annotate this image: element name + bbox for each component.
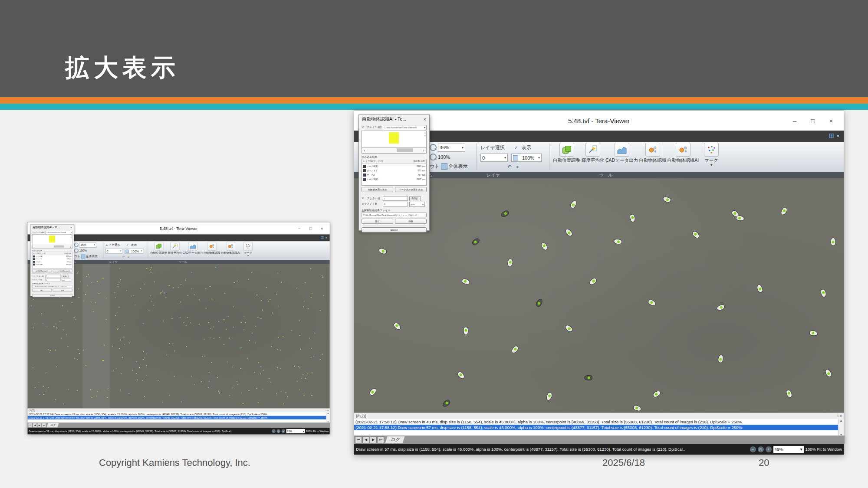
tool-mark[interactable]: マーク ▼ bbox=[700, 143, 723, 167]
zoom-level-combo[interactable]: 46%▾ bbox=[438, 144, 465, 152]
log-panel-icons[interactable]: ▫ × bbox=[326, 409, 329, 412]
scroll-left-icon[interactable]: ‹ bbox=[362, 148, 367, 153]
zoom-100-label[interactable]: 100% bbox=[438, 154, 450, 160]
segment-input[interactable]: 0 bbox=[45, 278, 61, 282]
zoom-out-button[interactable]: − bbox=[272, 429, 276, 433]
mark-preview-box[interactable]: ˄˅ bbox=[362, 131, 427, 148]
scroll-left-icon[interactable]: ‹ bbox=[33, 246, 36, 248]
threshold-input[interactable]: 7 bbox=[383, 196, 408, 201]
log-line-selected[interactable]: (2021-02-21 17:58:12) Draw screen in 57 … bbox=[354, 425, 838, 430]
open-button[interactable]: 開く bbox=[362, 219, 393, 224]
segment-unit-combo[interactable]: pcs▾ bbox=[62, 278, 71, 281]
save-button[interactable]: 保存 bbox=[395, 219, 427, 224]
dialog-table-row[interactable]: ポイント1573 pcs bbox=[362, 168, 426, 173]
nav-prev-button[interactable]: ◀ bbox=[33, 423, 37, 427]
result-file-input[interactable]: C:\Wo.RunnerFiles\Tera-ViewerAI\デスクトップ\検… bbox=[362, 213, 427, 217]
layer-opacity-combo[interactable]: 100%▾ bbox=[511, 154, 542, 162]
theme-icon[interactable]: ● bbox=[837, 133, 839, 138]
scroll-thumb[interactable] bbox=[397, 148, 413, 152]
scroll-up-icon[interactable]: ▲ bbox=[327, 413, 329, 414]
zoom-100-label[interactable]: 100% bbox=[79, 249, 87, 252]
mark-layer-combo[interactable]: C:\Wo.RunnerFiles\Tera-ViewerAI▾ bbox=[383, 125, 427, 130]
status-zoom-combo[interactable]: 46%▾ bbox=[773, 446, 804, 453]
fit-button[interactable]: ◎ bbox=[758, 446, 764, 452]
grid-view-icon[interactable]: ⊞ bbox=[320, 236, 324, 239]
show-all-sections-button[interactable]: 全解析区画を表示 bbox=[32, 269, 52, 272]
dialog-table-row[interactable]: マーク0(黄)8993 pcs bbox=[362, 164, 426, 168]
dialog-table-row[interactable]: マーク3(緑)8907 pcs bbox=[33, 263, 72, 265]
mark-dropdown-icon[interactable]: ▼ bbox=[247, 255, 249, 257]
spin-down-icon[interactable]: ˅ bbox=[71, 237, 72, 239]
dialog-table-row[interactable]: マーク2757 pcs bbox=[362, 173, 426, 177]
tool-cad-export[interactable]: CADデータ出力 bbox=[183, 242, 203, 255]
save-button[interactable]: 保存 bbox=[53, 289, 72, 292]
log-scrollbar[interactable]: ▲▼ bbox=[838, 419, 844, 436]
nav-last-button[interactable]: ⏭ bbox=[42, 423, 46, 427]
status-zoom-combo[interactable]: 15%▾ bbox=[286, 429, 305, 433]
nav-first-button[interactable]: ⏮ bbox=[355, 436, 362, 443]
scroll-track[interactable] bbox=[36, 245, 69, 248]
tool-auto-object-recognition-ai[interactable]: 自動物体認識AI bbox=[667, 143, 699, 164]
nav-last-button[interactable]: ⏭ bbox=[377, 436, 384, 443]
minimize-button[interactable]: – bbox=[294, 226, 305, 230]
preview-scrollbar[interactable]: ‹ › bbox=[362, 148, 427, 154]
mark-layer-combo[interactable]: C:\Wo.RunnerFiles\Tera-ViewerAI▾ bbox=[45, 231, 72, 234]
fit-view-label[interactable]: 全体表示 bbox=[86, 254, 98, 258]
log-line[interactable]: (2021-02-21 17:57:24) Draw screen in 63 … bbox=[28, 413, 327, 416]
preview-scrollbar[interactable]: ‹ › bbox=[32, 245, 72, 249]
undo-icon[interactable]: ↶ bbox=[122, 255, 125, 259]
fit-button[interactable]: ◎ bbox=[276, 429, 280, 433]
undo-icon[interactable]: ↶ bbox=[507, 164, 512, 170]
spin-down-icon[interactable]: ˅ bbox=[424, 134, 426, 137]
zoom-area-icon[interactable]: ⌖ bbox=[516, 164, 519, 170]
spinner-buttons[interactable]: ˄˅ bbox=[424, 132, 426, 137]
zoom-level-combo[interactable]: 15%▾ bbox=[79, 242, 96, 248]
recount-button[interactable]: 再集計 bbox=[62, 275, 69, 278]
show-marked-sections-button[interactable]: マーク済み区画を表示 bbox=[395, 187, 427, 192]
log-tab[interactable]: ログ bbox=[385, 436, 404, 443]
tool-auto-object-recognition[interactable]: 自動物体認識 bbox=[203, 242, 220, 255]
scroll-thumb[interactable] bbox=[54, 246, 64, 248]
tool-brightness-average[interactable]: 輝度平均化 bbox=[581, 143, 605, 164]
tool-brightness-average[interactable]: 輝度平均化 bbox=[168, 242, 182, 255]
nav-prev-button[interactable]: ◀ bbox=[362, 436, 369, 443]
log-panel-icons[interactable]: ▫ × bbox=[837, 414, 842, 418]
maximize-button[interactable]: □ bbox=[804, 117, 822, 124]
tool-auto-object-recognition-ai[interactable]: 自動物体認識AI bbox=[221, 242, 240, 255]
log-line[interactable]: (2021-02-21 17:58:12) Draw screen in 43 … bbox=[354, 419, 838, 425]
result-file-input[interactable]: C:\Wo.RunnerFiles\Tera-ViewerAI\デスクトップ\検… bbox=[32, 285, 72, 288]
segment-unit-combo[interactable]: pcs▾ bbox=[409, 202, 425, 207]
layer-combo[interactable]: 0▾ bbox=[105, 249, 122, 254]
mark-dropdown-icon[interactable]: ▼ bbox=[710, 164, 713, 167]
nav-first-button[interactable]: ⏮ bbox=[28, 423, 33, 427]
nav-next-button[interactable]: ▶ bbox=[37, 423, 42, 427]
fit-view-label[interactable]: 全体表示 bbox=[449, 163, 468, 170]
tool-auto-object-recognition[interactable]: 自動物体認識 bbox=[639, 143, 666, 164]
log-tab[interactable]: ログ bbox=[47, 423, 59, 427]
segment-input[interactable]: 0 bbox=[383, 202, 408, 206]
close-button[interactable]: × bbox=[822, 117, 840, 124]
scroll-right-icon[interactable]: › bbox=[421, 148, 426, 153]
recognition-ai-dialog[interactable]: 自動物体認識AI - Te... × マークレイヤ種別 C:\Wo.Runner… bbox=[358, 115, 430, 231]
theme-icon[interactable]: ● bbox=[326, 236, 327, 239]
log-scrollbar[interactable]: ▲▼ bbox=[326, 413, 330, 423]
mark-preview-box[interactable]: ˄˅ bbox=[32, 234, 72, 245]
results-table[interactable]: レイヤNo(マーク名) 検出数 結果 マーク0(黄)8993 pcsポイント15… bbox=[362, 159, 427, 186]
zoom-in-button[interactable]: + bbox=[766, 446, 772, 452]
tool-auto-position[interactable]: 自動位置調整 bbox=[150, 242, 167, 255]
log-line-selected[interactable]: (2021-02-21 17:57:28) Draw screen in 54 … bbox=[28, 416, 327, 419]
zoom-area-icon[interactable]: ⌖ bbox=[128, 255, 129, 259]
open-button[interactable]: 開く bbox=[32, 289, 52, 292]
scroll-up-icon[interactable]: ▲ bbox=[840, 419, 843, 422]
dialog-titlebar[interactable]: 自動物体認識AI - Te... × bbox=[30, 225, 74, 230]
results-table[interactable]: レイヤNo(マーク名) 検出数 結果 マーク0(黄)8993 pcsポイント15… bbox=[32, 252, 72, 268]
scroll-track[interactable] bbox=[367, 148, 421, 153]
tool-auto-position[interactable]: 自動位置調整 bbox=[553, 143, 580, 164]
layer-opacity-combo[interactable]: 100%▾ bbox=[125, 249, 143, 254]
spinner-buttons[interactable]: ˄˅ bbox=[71, 235, 72, 238]
layer-combo[interactable]: 0▾ bbox=[480, 154, 508, 162]
threshold-input[interactable]: 7 bbox=[45, 275, 61, 278]
recognition-ai-dialog[interactable]: 自動物体認識AI - Te... × マークレイヤ種別 C:\Wo.Runner… bbox=[30, 225, 74, 296]
show-checkbox[interactable]: ✓ bbox=[514, 145, 518, 151]
cancel-button[interactable]: Cancel bbox=[32, 294, 72, 297]
